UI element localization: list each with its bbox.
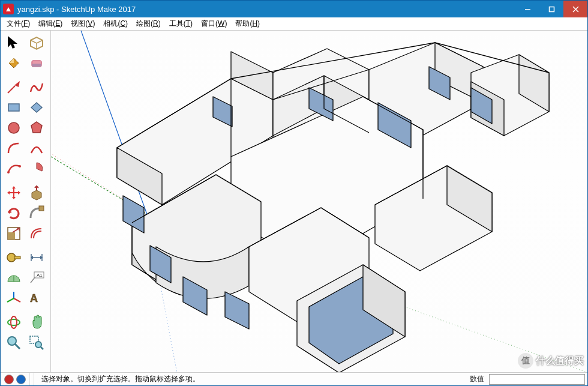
maximize-button[interactable] [539,1,563,17]
measurement-input[interactable] [489,374,585,385]
app-logo-icon [3,4,14,14]
app-window: yangzi.skp - SketchUp Make 2017 文件(F) 编辑… [0,0,588,386]
window-controls [515,1,587,17]
menu-help[interactable]: 帮助(H) [232,17,263,30]
minimize-button[interactable] [515,1,539,17]
freehand-tool[interactable] [26,77,47,97]
statusbar: 选择对象。切换到扩充选择。拖动鼠标选择多项。 数值 [1,372,587,385]
dimension-tool[interactable] [26,248,47,267]
arc-2point-tool[interactable] [26,139,47,158]
pan-tool[interactable] [26,313,47,332]
titlebar: yangzi.skp - SketchUp Make 2017 [1,1,587,17]
arc-tool[interactable] [3,139,25,158]
viewport-3d[interactable]: 值 什么值得买 [51,31,587,372]
geolocation-toggle-icon[interactable] [4,375,14,384]
window-title: yangzi.skp - SketchUp Make 2017 [17,5,515,14]
menu-draw[interactable]: 绘图(R) [133,17,164,30]
status-toggle-group [1,373,30,385]
paint-bucket-tool[interactable] [3,53,25,73]
pie-tool[interactable] [26,159,47,178]
orbit-tool[interactable] [3,313,25,332]
rotate-tool[interactable] [3,204,25,223]
rotated-rectangle-tool[interactable] [26,98,47,117]
offset-tool[interactable] [26,224,47,243]
make-component-tool[interactable] [26,33,47,52]
watermark-badge-icon: 值 [518,353,533,369]
eraser-tool[interactable] [26,53,47,73]
menu-edit[interactable]: 编辑(E) [35,17,66,30]
zoom-window-tool[interactable] [26,333,47,352]
polygon-tool[interactable] [26,118,47,137]
workspace: A1 A [1,31,587,372]
circle-tool[interactable] [3,118,25,137]
3d-text-tool[interactable] [26,289,47,308]
arc-3point-tool[interactable] [3,159,25,178]
rectangle-tool[interactable] [3,98,25,117]
credits-toggle-icon[interactable] [16,375,26,384]
menu-file[interactable]: 文件(F) [3,17,34,30]
menu-camera[interactable]: 相机(C) [100,17,131,30]
svg-rect-1 [549,7,554,11]
push-pull-tool[interactable] [26,183,47,202]
status-separator [34,373,34,385]
menu-view[interactable]: 视图(V) [67,17,98,30]
close-button[interactable] [563,1,587,17]
tape-measure-tool[interactable] [3,248,25,267]
line-tool[interactable] [3,77,25,97]
measurement-label: 数值 [465,374,489,384]
status-hint: 选择对象。切换到扩充选择。拖动鼠标选择多项。 [38,374,465,384]
scale-tool[interactable] [3,224,25,243]
zoom-tool[interactable] [3,333,25,352]
watermark: 值 什么值得买 [518,353,584,369]
protractor-tool[interactable] [3,268,25,288]
text-tool[interactable] [26,268,47,288]
axes-tool[interactable] [3,289,25,308]
menu-tools[interactable]: 工具(T) [166,17,196,30]
move-tool[interactable] [3,183,25,202]
toolbar: A1 A [1,31,51,372]
select-tool[interactable] [3,33,25,52]
menubar: 文件(F) 编辑(E) 视图(V) 相机(C) 绘图(R) 工具(T) 窗口(W… [1,17,587,31]
follow-me-tool[interactable] [26,204,47,223]
menu-window[interactable]: 窗口(W) [197,17,230,30]
watermark-text: 什么值得买 [536,355,584,367]
